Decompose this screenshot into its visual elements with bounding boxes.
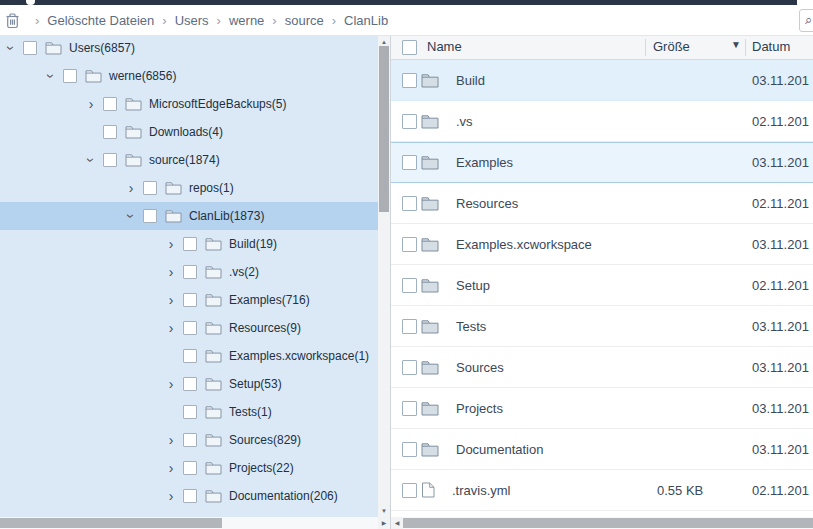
- checkbox[interactable]: [402, 237, 417, 252]
- checkbox[interactable]: [183, 433, 197, 447]
- scroll-left-arrow[interactable]: ◀: [391, 517, 403, 529]
- checkbox[interactable]: [402, 483, 417, 498]
- search-input[interactable]: ⌕: [799, 9, 813, 32]
- expander-icon[interactable]: ›: [84, 153, 98, 167]
- sort-dropdown-icon[interactable]: ▼: [731, 39, 741, 50]
- scroll-down-arrow[interactable]: ▼: [378, 505, 390, 517]
- scrollbar-thumb[interactable]: [403, 518, 813, 528]
- tree-item[interactable]: Examples.xcworkspace(1): [0, 342, 378, 370]
- expander-icon[interactable]: ›: [164, 237, 178, 251]
- checkbox[interactable]: [183, 377, 197, 391]
- file-date: 03.11.201: [752, 401, 809, 416]
- breadcrumb-item[interactable]: Users: [175, 13, 209, 28]
- checkbox[interactable]: [183, 293, 197, 307]
- tree-item[interactable]: Downloads(4): [0, 118, 378, 146]
- checkbox[interactable]: [23, 41, 37, 55]
- expander-icon[interactable]: ›: [164, 265, 178, 279]
- tree-item[interactable]: Tests(1): [0, 398, 378, 426]
- breadcrumb-item[interactable]: ClanLib: [344, 13, 388, 28]
- expander-icon[interactable]: ›: [164, 377, 178, 391]
- expander-icon[interactable]: ›: [4, 41, 18, 55]
- tree-item[interactable]: › Build(19): [0, 230, 378, 258]
- checkbox[interactable]: [402, 278, 417, 293]
- file-name: Setup: [456, 278, 490, 293]
- tree-item[interactable]: › Projects(22): [0, 454, 378, 482]
- checkbox[interactable]: [183, 405, 197, 419]
- folder-icon: [421, 401, 439, 416]
- checkbox[interactable]: [183, 237, 197, 251]
- folder-icon: [421, 319, 439, 334]
- checkbox[interactable]: [183, 489, 197, 503]
- checkbox[interactable]: [103, 97, 117, 111]
- breadcrumb-item[interactable]: werne: [229, 13, 264, 28]
- table-row[interactable]: .vs 02.11.201: [391, 101, 813, 142]
- table-row[interactable]: Projects 03.11.201: [391, 388, 813, 429]
- column-header-size[interactable]: Größe: [653, 39, 690, 54]
- checkbox[interactable]: [143, 181, 157, 195]
- tree-item[interactable]: › .vs(2): [0, 258, 378, 286]
- tree-item[interactable]: › Users(6857): [0, 36, 378, 62]
- table-row[interactable]: Setup 02.11.201: [391, 265, 813, 306]
- checkbox[interactable]: [402, 73, 417, 88]
- select-all-checkbox[interactable]: [402, 40, 417, 55]
- expander-icon[interactable]: ›: [44, 69, 58, 83]
- expander-icon[interactable]: ›: [124, 209, 138, 223]
- table-row[interactable]: Sources 03.11.201: [391, 347, 813, 388]
- tree-item[interactable]: › Examples(716): [0, 286, 378, 314]
- checkbox[interactable]: [143, 209, 157, 223]
- expander-icon[interactable]: ›: [124, 181, 138, 195]
- scrollbar-thumb[interactable]: [0, 518, 222, 528]
- tree-item[interactable]: › ClanLib(1873): [0, 202, 378, 230]
- checkbox[interactable]: [103, 153, 117, 167]
- tree-item[interactable]: › repos(1): [0, 174, 378, 202]
- table-row[interactable]: Documentation 03.11.201: [391, 429, 813, 470]
- scroll-right-arrow[interactable]: ▶: [378, 517, 390, 529]
- folder-icon: [205, 321, 222, 335]
- breadcrumb-item[interactable]: source: [285, 13, 324, 28]
- trash-icon[interactable]: [5, 12, 20, 29]
- scrollbar-thumb[interactable]: [379, 46, 389, 212]
- checkbox[interactable]: [183, 321, 197, 335]
- expander-icon[interactable]: ›: [164, 433, 178, 447]
- column-header-date[interactable]: Datum: [752, 39, 790, 54]
- tree-item[interactable]: › MicrosoftEdgeBackups(5): [0, 90, 378, 118]
- checkbox[interactable]: [183, 265, 197, 279]
- table-row[interactable]: .travis.yml 0.55 KB 02.11.201: [391, 470, 813, 511]
- tree-vertical-scrollbar[interactable]: ▲ ▼: [378, 36, 390, 517]
- checkbox[interactable]: [402, 360, 417, 375]
- expander-icon[interactable]: ›: [164, 461, 178, 475]
- table-row[interactable]: Resources 02.11.201: [391, 183, 813, 224]
- checkbox[interactable]: [402, 319, 417, 334]
- expander-icon[interactable]: ›: [164, 489, 178, 503]
- checkbox[interactable]: [402, 401, 417, 416]
- expander-icon[interactable]: ›: [84, 97, 98, 111]
- checkbox[interactable]: [402, 196, 417, 211]
- file-name: Build: [456, 73, 485, 88]
- table-horizontal-scrollbar[interactable]: ◀: [391, 517, 813, 529]
- checkbox[interactable]: [183, 349, 197, 363]
- checkbox[interactable]: [402, 442, 417, 457]
- tree-item[interactable]: › werne(6856): [0, 62, 378, 90]
- checkbox[interactable]: [402, 114, 417, 129]
- tree-item[interactable]: › Resources(9): [0, 314, 378, 342]
- checkbox[interactable]: [183, 461, 197, 475]
- tree-horizontal-scrollbar[interactable]: ▶: [0, 517, 390, 529]
- breadcrumb-item[interactable]: Gelöschte Dateien: [47, 13, 154, 28]
- table-row[interactable]: Build 03.11.201: [391, 60, 813, 101]
- folder-icon: [205, 489, 222, 503]
- tree-item[interactable]: › Sources(829): [0, 426, 378, 454]
- checkbox[interactable]: [402, 155, 417, 170]
- tree-item[interactable]: › Setup(53): [0, 370, 378, 398]
- tree-item[interactable]: › source(1874): [0, 146, 378, 174]
- expander-icon[interactable]: ›: [164, 321, 178, 335]
- tree-item[interactable]: › Documentation(206): [0, 482, 378, 510]
- table-row[interactable]: Tests 03.11.201: [391, 306, 813, 347]
- table-row[interactable]: Examples.xcworkspace 03.11.201: [391, 224, 813, 265]
- checkbox[interactable]: [103, 125, 117, 139]
- file-name: Examples.xcworkspace: [456, 237, 592, 252]
- checkbox[interactable]: [63, 69, 77, 83]
- column-header-name[interactable]: Name: [427, 39, 462, 54]
- expander-icon[interactable]: ›: [164, 293, 178, 307]
- table-row[interactable]: Examples 03.11.201: [391, 142, 813, 183]
- folder-icon: [205, 349, 222, 363]
